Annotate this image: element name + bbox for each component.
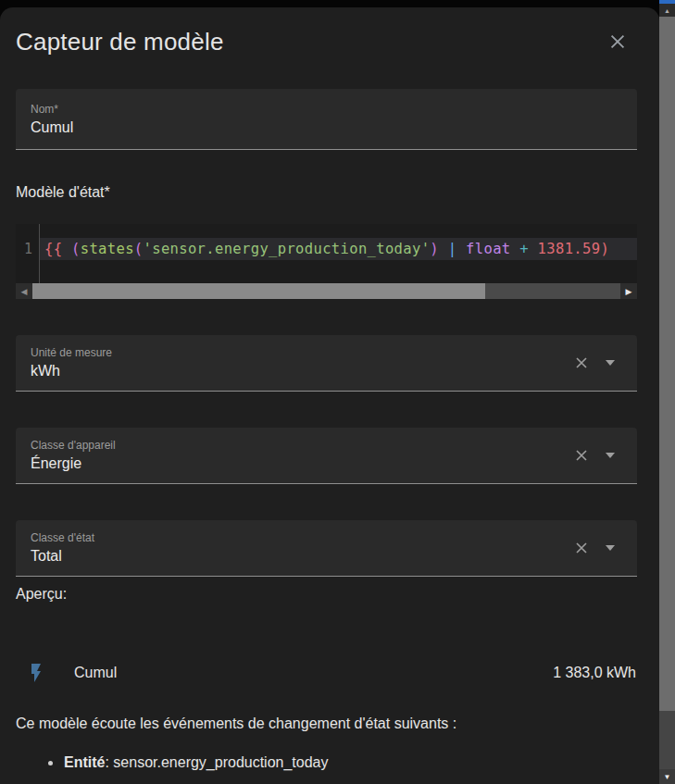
device-class-clear-icon[interactable] (572, 446, 591, 465)
listen-description: Ce modèle écoute les événements de chang… (16, 715, 637, 732)
state-template-label: Modèle d'état* (16, 184, 637, 203)
state-class-value: Total (31, 548, 62, 564)
scroll-up-icon[interactable]: ▲ (659, 4, 675, 17)
scroll-down-icon[interactable]: ▼ (659, 769, 675, 784)
code-line[interactable]: {{ (states('sensor.energy_production_tod… (40, 238, 637, 260)
flash-icon (25, 662, 47, 684)
state-class-field[interactable]: Classe d'état Total (16, 520, 637, 577)
close-icon[interactable] (606, 30, 630, 54)
editor-horizontal-scrollbar[interactable]: ◀ ▶ (16, 283, 637, 299)
scroll-right-icon[interactable]: ▶ (620, 283, 637, 299)
scroll-left-icon[interactable]: ◀ (16, 283, 32, 299)
code-editor[interactable]: 1 {{ (states('sensor.energy_production_t… (16, 224, 637, 299)
template-sensor-dialog: Capteur de modèle Nom* Cumul Modèle d'ét… (0, 7, 659, 784)
listen-entity-item: Entité: sensor.energy_production_today (16, 754, 637, 771)
name-field[interactable]: Nom* Cumul (16, 89, 637, 150)
dialog-backdrop: Capteur de modèle Nom* Cumul Modèle d'ét… (0, 0, 675, 784)
bullet-icon (48, 761, 53, 765)
horizontal-scrollbar-thumb[interactable] (32, 283, 485, 299)
preview-entity-name: Cumul (74, 665, 117, 681)
unit-field-value: kWh (31, 363, 60, 379)
preview-entity-value: 1 383,0 kWh (553, 665, 637, 681)
state-class-dropdown-icon[interactable] (606, 545, 615, 551)
preview-entity-row: Cumul 1 383,0 kWh (16, 660, 637, 686)
unit-clear-icon[interactable] (572, 354, 591, 372)
dialog-title: Capteur de modèle (16, 28, 224, 56)
preview-heading: Aperçu: (16, 586, 637, 604)
name-field-label: Nom* (31, 102, 637, 117)
device-class-label: Classe d'appareil (31, 438, 572, 453)
device-class-dropdown-icon[interactable] (606, 453, 615, 458)
state-class-label: Classe d'état (31, 530, 572, 545)
state-class-clear-icon[interactable] (572, 539, 591, 557)
line-number: 1 (16, 238, 39, 260)
device-class-value: Énergie (31, 455, 81, 471)
vertical-scrollbar-thumb[interactable] (659, 17, 675, 711)
entity-bullet-label: Entité (64, 754, 105, 770)
dialog-header: Capteur de modèle (16, 7, 637, 57)
entity-bullet-value: : sensor.energy_production_today (105, 754, 328, 770)
code-editor-content[interactable]: 1 {{ (states('sensor.energy_production_t… (16, 224, 637, 283)
device-class-field[interactable]: Classe d'appareil Énergie (16, 428, 637, 484)
editor-gutter: 1 (16, 224, 40, 283)
unit-dropdown-icon[interactable] (606, 360, 615, 366)
horizontal-scrollbar-track[interactable] (32, 283, 620, 299)
page-vertical-scrollbar[interactable]: ▲ ▼ (659, 0, 675, 784)
unit-field-label: Unité de mesure (31, 345, 572, 360)
name-field-value: Cumul (31, 119, 73, 135)
unit-field[interactable]: Unité de mesure kWh (16, 335, 637, 392)
